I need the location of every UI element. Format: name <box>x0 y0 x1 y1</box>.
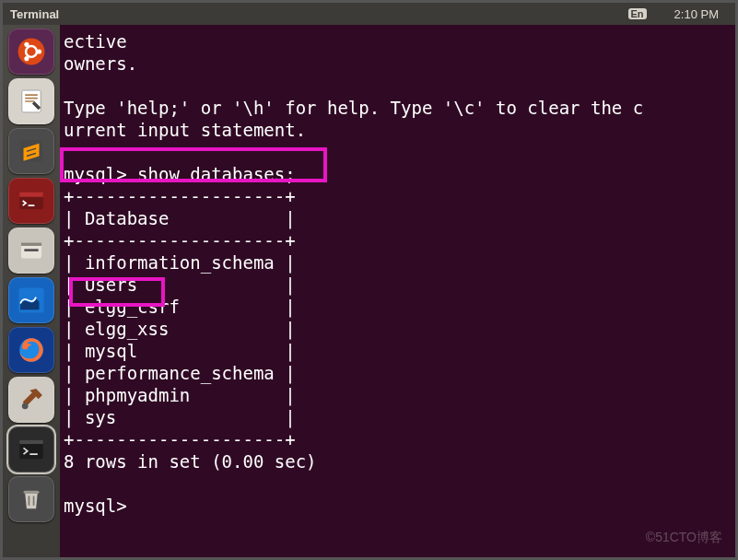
terminal-line: | performance_schema | <box>64 362 732 384</box>
svg-rect-17 <box>24 491 40 494</box>
watermark: ©51CTO博客 <box>646 530 722 546</box>
terminal-line: owners. <box>64 52 732 75</box>
files-icon[interactable] <box>8 228 54 274</box>
terminal-line: +--------------------+ <box>64 185 732 207</box>
terminal-line <box>64 141 732 163</box>
svg-rect-10 <box>21 243 41 246</box>
launcher-dock <box>3 25 60 557</box>
trash-icon[interactable] <box>8 476 54 522</box>
wireshark-icon[interactable] <box>8 277 54 323</box>
terminal-line <box>64 75 732 97</box>
top-menu-bar: Terminal En 2:10 PM <box>3 3 735 25</box>
terminal-red-icon[interactable] <box>8 178 54 224</box>
svg-point-14 <box>22 402 29 409</box>
terminal-line: +--------------------+ <box>64 229 732 251</box>
keyboard-lang-badge[interactable]: En <box>628 8 647 19</box>
settings-tool-icon[interactable] <box>8 377 54 423</box>
sublime-icon[interactable] <box>8 128 54 174</box>
svg-rect-8 <box>19 192 43 197</box>
terminal-line: | Database | <box>64 207 732 229</box>
terminal-line: urrent input statement. <box>64 119 732 141</box>
window-title: Terminal <box>10 7 59 21</box>
svg-point-2 <box>37 49 41 53</box>
terminal-line: 8 rows in set (0.00 sec) <box>64 450 732 472</box>
svg-rect-16 <box>19 440 43 444</box>
terminal-line: mysql> show databases; <box>64 163 732 185</box>
terminal-icon[interactable] <box>8 426 54 472</box>
terminal-line: | elgg_csrf | <box>64 296 732 318</box>
svg-point-4 <box>24 56 29 61</box>
clock[interactable]: 2:10 PM <box>674 7 719 21</box>
terminal-line: ective <box>64 30 732 52</box>
terminal-line: | phpmyadmin | <box>64 384 732 406</box>
system-tray: En 2:10 PM <box>619 7 728 21</box>
terminal-line <box>64 472 732 495</box>
terminal-line: | information_schema | <box>64 251 732 274</box>
firefox-icon[interactable] <box>8 327 54 373</box>
terminal-output[interactable]: ectiveowners.Type 'help;' or '\h' for he… <box>60 25 735 557</box>
terminal-line: Type 'help;' or '\h' for help. Type '\c'… <box>64 97 732 119</box>
terminal-line: +--------------------+ <box>64 428 732 450</box>
terminal-line: | mysql | <box>64 340 732 362</box>
terminal-line: mysql> <box>64 495 732 517</box>
terminal-line: | Users | <box>64 274 732 296</box>
terminal-line: | elgg_xss | <box>64 318 732 340</box>
terminal-line: | sys | <box>64 406 732 428</box>
text-editor-icon[interactable] <box>8 78 54 124</box>
svg-point-3 <box>24 42 29 47</box>
ubuntu-icon[interactable] <box>8 29 54 75</box>
svg-rect-11 <box>24 249 38 251</box>
